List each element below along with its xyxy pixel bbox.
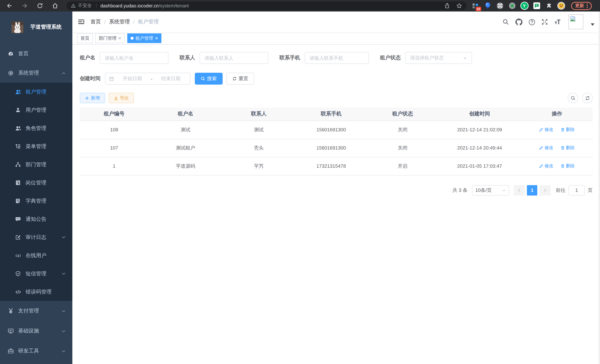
tags-view-bar: 首页 部门管理 租户管理: [72, 32, 600, 45]
help-icon[interactable]: [528, 18, 535, 26]
tenant-name-input[interactable]: [105, 55, 164, 61]
sidebar-item-errorcode[interactable]: 错误码管理: [0, 283, 72, 301]
delete-link[interactable]: 删除: [561, 127, 575, 133]
breadcrumb-home[interactable]: 首页: [91, 19, 101, 25]
sidebar-item-system[interactable]: 系统管理: [0, 64, 72, 83]
sidebar-item-dict[interactable]: 字典管理: [0, 192, 72, 210]
edit-link[interactable]: 修改: [539, 145, 553, 151]
sidebar-item-payment[interactable]: 支付管理: [0, 301, 72, 321]
sidebar-item-post[interactable]: 岗位管理: [0, 174, 72, 192]
extension-chat-icon[interactable]: [532, 1, 541, 10]
back-icon[interactable]: [5, 2, 13, 10]
sidebar-item-label: 支付管理: [18, 308, 39, 314]
reload-icon[interactable]: [36, 2, 44, 10]
table-tools: [568, 93, 593, 103]
extension-command-icon[interactable]: [495, 1, 504, 10]
export-button[interactable]: 导出: [109, 93, 134, 103]
sidebar-item-dept[interactable]: 部门管理: [0, 156, 72, 174]
sidebar-item-label: 基础设施: [18, 328, 39, 334]
close-tab-icon[interactable]: [155, 37, 158, 40]
col-mobile: 联系手机: [295, 108, 367, 121]
add-button[interactable]: 新增: [80, 93, 105, 103]
table-row: 108 测试 测试 15601691300 关闭 2021-12-14 21:0…: [80, 121, 593, 139]
date-range-picker[interactable]: 开始日期 - 结束日期: [105, 73, 190, 84]
status-select[interactable]: 请选择租户状态: [405, 52, 472, 64]
extensions-puzzle-icon[interactable]: [544, 1, 553, 10]
close-tab-icon[interactable]: [118, 37, 121, 40]
page-size-value: 10条/页: [475, 187, 492, 194]
sidebar-item-online-users[interactable]: 在线用户: [0, 246, 72, 265]
security-indicator[interactable]: 不安全: [71, 3, 92, 9]
address-bar[interactable]: 不安全 dashboard.yudao.iocoder.cn/system/te…: [66, 1, 466, 10]
page-size-select[interactable]: 10条/页: [472, 185, 509, 195]
main-area: 首页 / 系统管理 / 租户管理: [72, 11, 600, 364]
sidebar-item-label: 首页: [18, 50, 28, 57]
forward-icon[interactable]: [20, 2, 28, 10]
sidebar-item-audit-log[interactable]: 审计日志: [0, 228, 72, 246]
extension-y-icon[interactable]: Y: [520, 1, 529, 10]
home-icon[interactable]: [51, 2, 59, 10]
page-number-1[interactable]: 1: [527, 185, 537, 195]
mobile-input[interactable]: [309, 55, 364, 61]
sidebar-fold-icon[interactable]: [78, 19, 84, 25]
next-page-button[interactable]: [540, 185, 551, 195]
edit-link[interactable]: 修改: [539, 127, 553, 133]
col-tenant-id: 租户编号: [80, 108, 149, 121]
refresh-table-button[interactable]: [582, 93, 593, 103]
sidebar-item-label: 短信管理: [26, 270, 46, 277]
sidebar-item-home[interactable]: 首页: [0, 44, 72, 64]
app-title: 芋道管理系统: [30, 24, 62, 30]
extension-recorder-icon[interactable]: [508, 1, 516, 10]
sidebar-item-sms[interactable]: 短信管理: [0, 265, 72, 283]
sidebar-item-user[interactable]: 用户管理: [0, 101, 72, 119]
chevron-up-icon: [62, 71, 66, 75]
delete-link[interactable]: 删除: [561, 145, 575, 151]
extension-sider-icon[interactable]: 10: [471, 1, 480, 10]
sidebar-item-label: 在线用户: [26, 252, 46, 259]
users-icon: [15, 89, 21, 95]
search-button[interactable]: 搜索: [195, 73, 223, 84]
user-avatar-broken-image[interactable]: [568, 14, 583, 29]
app-logo-row[interactable]: 芋道管理系统: [0, 11, 72, 33]
breadcrumb-system[interactable]: 系统管理: [109, 19, 130, 25]
select-chevron-icon: [463, 56, 467, 60]
github-icon[interactable]: [515, 18, 523, 26]
sidebar-item-menu[interactable]: 菜单管理: [0, 137, 72, 156]
reset-button[interactable]: 重置: [226, 73, 254, 84]
bookmark-star-icon[interactable]: [456, 3, 462, 9]
browser-update-button[interactable]: 更新: [571, 2, 592, 10]
start-date-placeholder[interactable]: 开始日期: [117, 75, 148, 82]
show-search-toggle-button[interactable]: [568, 93, 578, 103]
contact-input[interactable]: [205, 55, 263, 61]
avatar-caret-icon[interactable]: [591, 23, 594, 26]
sidebar-item-devtools[interactable]: 研发工具: [0, 341, 72, 361]
page-scrollbar[interactable]: [598, 11, 600, 364]
filter-create-time: 创建时间 开始日期 - 结束日期: [80, 73, 190, 84]
tab-tenant[interactable]: 租户管理: [127, 33, 161, 43]
profile-avatar-icon[interactable]: [557, 1, 565, 10]
tab-home[interactable]: 首页: [77, 33, 93, 43]
edit-link[interactable]: 修改: [539, 163, 553, 169]
end-date-placeholder[interactable]: 结束日期: [155, 75, 186, 82]
share-icon[interactable]: [445, 3, 450, 9]
prev-page-button[interactable]: [514, 185, 525, 195]
fullscreen-icon[interactable]: [541, 18, 548, 26]
cell-actions: 修改 删除: [521, 157, 593, 175]
sidebar-item-tenant[interactable]: 租户管理: [0, 83, 72, 101]
cell-mobile: 15601691300: [295, 121, 367, 139]
sidebar-item-label: 审计日志: [26, 234, 46, 241]
tab-dept[interactable]: 部门管理: [95, 33, 125, 43]
contact-label: 联系人: [180, 55, 195, 61]
goto-page-input[interactable]: [568, 185, 585, 195]
header-search-icon[interactable]: [502, 18, 509, 26]
col-status: 租户状态: [367, 108, 438, 121]
sidebar-item-role[interactable]: 角色管理: [0, 119, 72, 137]
sidebar-item-notice[interactable]: 通知公告: [0, 210, 72, 228]
sidebar-item-infra[interactable]: 基础设施: [0, 321, 72, 341]
sidebar: 芋道管理系统 首页 系统管理: [0, 11, 72, 364]
font-size-icon[interactable]: [554, 18, 562, 26]
browser-menu-kebab-icon[interactable]: [587, 3, 588, 8]
shield-check-icon: [15, 271, 21, 276]
extension-balloon-icon[interactable]: [483, 1, 492, 10]
delete-link[interactable]: 删除: [561, 163, 575, 169]
